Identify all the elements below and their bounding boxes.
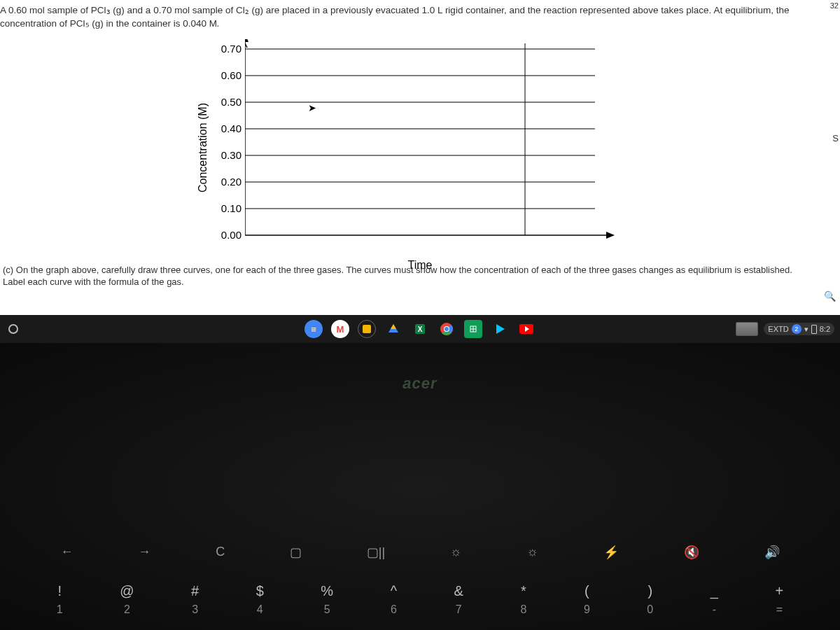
brand-logo: acer (402, 374, 437, 393)
volume-down-key[interactable]: 🔇 (684, 545, 699, 560)
key-4[interactable]: $4 (256, 583, 264, 616)
docs-app-icon[interactable]: ≡ (304, 320, 323, 338)
battery-icon (811, 325, 817, 334)
svg-marker-17 (391, 324, 396, 329)
key-2[interactable]: @2 (120, 583, 134, 616)
x-axis-label: Time (408, 259, 433, 272)
ytick-2: 0.50 (214, 96, 241, 108)
page-number: 32 (830, 1, 839, 10)
ytick-1: 0.60 (214, 69, 241, 81)
key-6[interactable]: ^6 (391, 583, 397, 616)
play-app-icon[interactable] (491, 320, 509, 338)
key-equals[interactable]: += (775, 583, 783, 616)
key-8[interactable]: *8 (520, 583, 526, 616)
gmail-app-icon[interactable]: M (331, 320, 349, 338)
system-tray[interactable]: EXTD 2 ▾ 8:2 (736, 322, 834, 336)
mute-key[interactable]: ⚡ (603, 545, 619, 560)
chrome-app-icon[interactable] (438, 320, 456, 338)
key-1[interactable]: !1 (57, 583, 63, 616)
overview-key[interactable]: ▢|| (367, 545, 385, 560)
key-minus[interactable]: _- (710, 583, 718, 616)
ytick-3: 0.40 (214, 122, 241, 134)
zoom-icon[interactable]: 🔍 (824, 290, 836, 302)
ytick-7: 0.00 (214, 229, 241, 241)
key-9[interactable]: (9 (584, 583, 590, 616)
key-5[interactable]: %5 (321, 583, 333, 616)
cursor-icon: ➤ (308, 102, 316, 113)
number-key-row: !1 @2 #3 $4 %5 ^6 &7 *8 (9 )0 _- += (0, 583, 840, 616)
ytick-6: 0.10 (214, 202, 241, 214)
worksheet-content: 32 A 0.60 mol sample of PCl₃ (g) and a 0… (0, 0, 840, 315)
problem-statement: A 0.60 mol sample of PCl₃ (g) and a 0.70… (0, 0, 840, 32)
launcher-button[interactable] (0, 316, 27, 342)
keyboard-icon (736, 322, 758, 336)
chart-axes (245, 39, 616, 249)
fullscreen-key[interactable]: ▢ (290, 545, 302, 560)
notification-count: 2 (792, 324, 802, 334)
clock: 8:2 (820, 325, 830, 333)
brightness-down-key[interactable]: ☼ (450, 545, 462, 560)
slides-app-icon[interactable] (358, 320, 376, 338)
svg-marker-3 (245, 39, 248, 42)
laptop-chassis: acer ← → C ▢ ▢|| ☼ ☼ ⚡ 🔇 🔊 !1 @2 #3 $4 %… (0, 343, 840, 630)
svg-point-24 (444, 327, 449, 331)
ytick-4: 0.30 (214, 149, 241, 161)
function-key-row: ← → C ▢ ▢|| ☼ ☼ ⚡ 🔇 🔊 (0, 545, 840, 560)
key-3[interactable]: #3 (191, 583, 199, 616)
svg-marker-5 (606, 232, 615, 239)
volume-up-key[interactable]: 🔊 (764, 545, 780, 560)
youtube-app-icon[interactable] (517, 320, 536, 338)
svg-marker-29 (496, 324, 505, 334)
side-label: S (832, 133, 839, 144)
brightness-up-key[interactable]: ☼ (526, 545, 538, 560)
svg-text:X: X (418, 326, 423, 333)
y-axis-label: Concentration (M) (197, 103, 209, 192)
key-0[interactable]: )0 (647, 583, 653, 616)
ytick-5: 0.20 (214, 176, 241, 188)
drive-app-icon[interactable] (384, 320, 402, 338)
wifi-icon: ▾ (804, 325, 808, 334)
launcher-icon (8, 324, 18, 334)
ytick-0: 0.70 (214, 43, 241, 55)
excel-app-icon[interactable]: X (411, 320, 429, 338)
shelf-apps: ≡ M X (304, 320, 536, 338)
display-mode-badge: EXTD 2 ▾ 8:2 (764, 323, 834, 335)
back-key[interactable]: ← (60, 545, 73, 560)
key-7[interactable]: &7 (454, 583, 463, 616)
chromeos-shelf: ≡ M X EXTD 2 ▾ 8:2 (0, 315, 840, 343)
svg-rect-15 (363, 325, 371, 333)
refresh-key[interactable]: C (216, 545, 225, 560)
forward-key[interactable]: → (138, 545, 150, 560)
concentration-chart: Concentration (M) Time 0.70 0.60 0.50 0.… (210, 39, 630, 256)
sheets-app-icon[interactable] (464, 320, 482, 338)
